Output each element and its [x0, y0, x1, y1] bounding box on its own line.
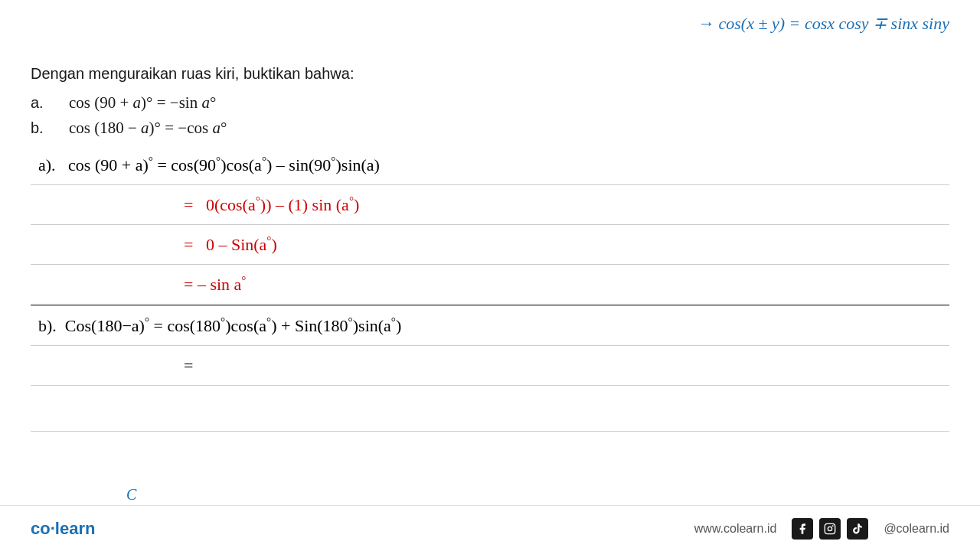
problem-item-b: b. cos (180 − a)° = −cos a° — [31, 119, 949, 138]
item-label-a: a. — [31, 94, 69, 112]
solution-a-step4: = – sin a° — [31, 265, 949, 305]
problem-statement: Dengan menguraikan ruas kiri, buktikan b… — [31, 61, 949, 86]
footer-c-letter: C — [126, 486, 136, 504]
main-content: → cos(x ± y) = cosx cosy ∓ sinx siny Den… — [0, 0, 980, 505]
svg-point-2 — [833, 526, 834, 527]
solution-a-step1: a). cos (90 + a)° = cos(90°)cos(a°) – si… — [31, 145, 949, 185]
empty-work-line — [31, 386, 949, 432]
solution-a-step2: = 0(cos(a°)) – (1) sin (a°) — [31, 185, 949, 225]
svg-point-1 — [828, 527, 832, 530]
footer-left: co·learn — [31, 519, 95, 539]
svg-rect-0 — [825, 523, 835, 533]
problem-item-a: a. cos (90 + a)° = −sin a° — [31, 93, 949, 112]
social-icons — [792, 518, 868, 540]
problem-intro: Dengan menguraikan ruas kiri, buktikan b… — [31, 65, 354, 82]
facebook-icon — [792, 518, 813, 540]
instagram-icon — [819, 518, 841, 540]
solution-b-step2: = — [31, 346, 949, 386]
problem-b-text: cos (180 − a)° = −cos a° — [69, 119, 227, 138]
item-label-b: b. — [31, 119, 69, 137]
footer-website: www.colearn.id — [694, 522, 777, 536]
footer-right: www.colearn.id — [694, 518, 949, 540]
top-formula: → cos(x ± y) = cosx cosy ∓ sinx siny — [697, 14, 949, 34]
solution-a-step3: = 0 – Sin(a°) — [31, 225, 949, 265]
social-handle: @colearn.id — [884, 522, 949, 536]
work-area: a). cos (90 + a)° = cos(90°)cos(a°) – si… — [31, 145, 949, 432]
problem-items: a. cos (90 + a)° = −sin a° b. cos (180 −… — [31, 93, 949, 138]
problem-a-text: cos (90 + a)° = −sin a° — [69, 93, 216, 112]
footer: co·learn www.colearn.id — [0, 505, 980, 551]
solution-b-step1: b). Cos(180−a)° = cos(180°)cos(a°) + Sin… — [31, 306, 949, 346]
tiktok-icon — [847, 518, 868, 540]
colearn-logo: co·learn — [31, 519, 95, 539]
